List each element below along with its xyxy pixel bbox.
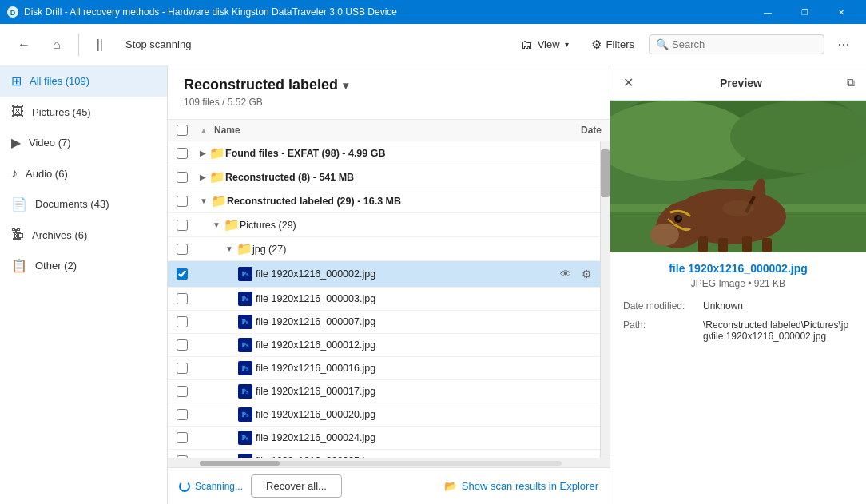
horizontal-scrollbar[interactable] — [168, 458, 610, 467]
file6-name: file 1920x1216_000017.jpg — [252, 386, 600, 397]
row-indent: Ps — [197, 315, 252, 329]
meta-row-date: Date modified: Unknown — [623, 300, 853, 312]
group-row-reconstructed-labeled[interactable]: ▼ 📁 Reconstructed labeled (29) - 16.3 MB — [168, 189, 600, 213]
file-row-3[interactable]: Ps file 1920x1216_000007.jpg — [168, 311, 600, 334]
file-row-1[interactable]: Ps file 1920x1216_000002.jpg 👁 ⚙ — [168, 261, 600, 288]
folder-icon: 📁 — [209, 169, 225, 185]
row-checkbox-cell — [168, 220, 197, 231]
sidebar-label-pictures: Pictures (45) — [32, 106, 91, 118]
dropdown-chevron-icon[interactable]: ▾ — [343, 79, 348, 92]
expand-icon[interactable]: ▼ — [200, 196, 208, 205]
column-header: ▲ Name Date — [168, 120, 610, 141]
sidebar-label-other: Other (2) — [35, 260, 77, 272]
preview-action-icon[interactable]: 👁 — [557, 265, 574, 283]
audio-icon: ♪ — [11, 166, 18, 181]
date-column-header[interactable]: Date — [546, 125, 610, 136]
sidebar-item-pictures[interactable]: 🖼 Pictures (45) — [0, 97, 167, 127]
sidebar-item-audio[interactable]: ♪ Audio (6) — [0, 158, 167, 189]
file4-checkbox[interactable] — [177, 339, 188, 351]
svg-rect-13 — [698, 236, 708, 252]
pause-icon: || — [97, 38, 103, 52]
photoshop-icon: Ps — [238, 292, 252, 306]
svg-point-12 — [677, 216, 681, 220]
file7-checkbox[interactable] — [177, 409, 188, 420]
home-button[interactable]: ⌂ — [45, 33, 69, 57]
preview-copy-button[interactable]: ⧉ — [847, 76, 855, 89]
preview-close-button[interactable]: ✕ — [622, 73, 635, 92]
file5-checkbox[interactable] — [177, 363, 188, 374]
pictures-folder-checkbox[interactable] — [177, 220, 188, 231]
photoshop-icon: Ps — [238, 267, 252, 281]
more-button[interactable]: ··· — [831, 32, 856, 58]
file-count: 109 files / 5.52 GB — [184, 97, 594, 108]
file2-checkbox[interactable] — [177, 293, 188, 304]
recover-all-label: Recover all... — [266, 480, 327, 492]
vertical-scrollbar[interactable] — [600, 141, 610, 458]
file8-name: file 1920x1216_000024.jpg — [252, 432, 600, 443]
sidebar-item-other[interactable]: 📋 Other (2) — [0, 250, 167, 281]
reconstructed-checkbox[interactable] — [177, 172, 188, 183]
sidebar: ⊞ All files (109) 🖼 Pictures (45) ▶ Vide… — [0, 65, 168, 504]
jpg-folder-checkbox[interactable] — [177, 244, 188, 255]
file6-checkbox[interactable] — [177, 386, 188, 397]
file2-name: file 1920x1216_000003.jpg — [252, 293, 600, 304]
file3-name: file 1920x1216_000007.jpg — [252, 316, 600, 327]
file-row-9[interactable]: Ps file 1920x1216_000025.jpg — [168, 450, 600, 458]
file-row-5[interactable]: Ps file 1920x1216_000016.jpg — [168, 357, 600, 380]
expand-icon[interactable]: ▼ — [225, 244, 233, 253]
sidebar-item-all-files[interactable]: ⊞ All files (109) — [0, 65, 167, 97]
file-row-2[interactable]: Ps file 1920x1216_000003.jpg — [168, 288, 600, 311]
group-row-reconstructed[interactable]: ▶ 📁 Reconstructed (8) - 541 MB — [168, 165, 600, 189]
video-icon: ▶ — [11, 135, 21, 150]
group-row-found-files[interactable]: ▶ 📁 Found files - EXFAT (98) - 4.99 GB — [168, 141, 600, 165]
file-row-8[interactable]: Ps file 1920x1216_000024.jpg — [168, 427, 600, 450]
file-row-4[interactable]: Ps file 1920x1216_000012.jpg — [168, 334, 600, 357]
expand-icon[interactable]: ▶ — [200, 173, 206, 181]
row-checkbox-cell — [168, 339, 197, 351]
filters-button[interactable]: ⚙ Filters — [583, 33, 642, 57]
back-icon: ← — [18, 38, 30, 52]
recover-all-button[interactable]: Recover all... — [251, 474, 342, 498]
search-input[interactable] — [672, 38, 816, 50]
row-indent: Ps — [197, 407, 252, 422]
reconstructed-labeled-title: Reconstructed labeled — [184, 77, 338, 93]
subfolder-row-jpg[interactable]: ▼ 📁 jpg (27) — [168, 237, 600, 261]
file1-checkbox[interactable] — [177, 268, 188, 280]
search-box: 🔍 — [649, 34, 824, 54]
row-indent: Ps — [197, 384, 252, 399]
pause-button[interactable]: || — [89, 33, 111, 57]
row-checkbox-cell — [168, 293, 197, 304]
photoshop-icon: Ps — [238, 338, 252, 352]
file3-checkbox[interactable] — [177, 316, 188, 327]
maximize-button[interactable]: ❐ — [786, 0, 823, 24]
view-button[interactable]: 🗂 View ▾ — [513, 33, 577, 56]
subfolder-row-pictures[interactable]: ▼ 📁 Pictures (29) — [168, 213, 600, 237]
h-scroll-thumb[interactable] — [200, 461, 280, 466]
scrollbar-thumb[interactable] — [601, 149, 610, 197]
stop-scanning-button[interactable]: Stop scanning — [117, 34, 199, 55]
date-modified-label: Date modified: — [623, 300, 695, 312]
file8-checkbox[interactable] — [177, 432, 188, 443]
info-action-icon[interactable]: ⚙ — [578, 265, 595, 283]
minimize-button[interactable]: — — [749, 0, 786, 24]
sidebar-item-documents[interactable]: 📄 Documents (43) — [0, 189, 167, 220]
select-all-checkbox[interactable] — [177, 125, 188, 136]
svg-rect-15 — [742, 236, 752, 252]
found-files-checkbox[interactable] — [177, 148, 188, 159]
file4-name: file 1920x1216_000012.jpg — [252, 339, 600, 351]
file-row-6[interactable]: Ps file 1920x1216_000017.jpg — [168, 380, 600, 403]
sidebar-item-video[interactable]: ▶ Video (7) — [0, 127, 167, 158]
scan-status: Scanning... — [179, 481, 243, 492]
sidebar-item-archives[interactable]: 🗜 Archives (6) — [0, 220, 167, 250]
row-indent: ▶ 📁 — [197, 145, 225, 161]
scroll-up-button[interactable]: ▲ — [197, 126, 211, 135]
file-row-7[interactable]: Ps file 1920x1216_000020.jpg — [168, 403, 600, 427]
name-column-header[interactable]: Name — [211, 125, 546, 136]
row-indent: ▶ 📁 — [197, 169, 225, 185]
back-button[interactable]: ← — [10, 33, 38, 57]
close-button[interactable]: ✕ — [823, 0, 860, 24]
show-in-explorer-button[interactable]: 📂 Show scan results in Explorer — [444, 480, 598, 492]
reconstructed-labeled-checkbox[interactable] — [177, 196, 188, 207]
expand-icon[interactable]: ▼ — [213, 220, 220, 229]
expand-icon[interactable]: ▶ — [200, 149, 206, 157]
